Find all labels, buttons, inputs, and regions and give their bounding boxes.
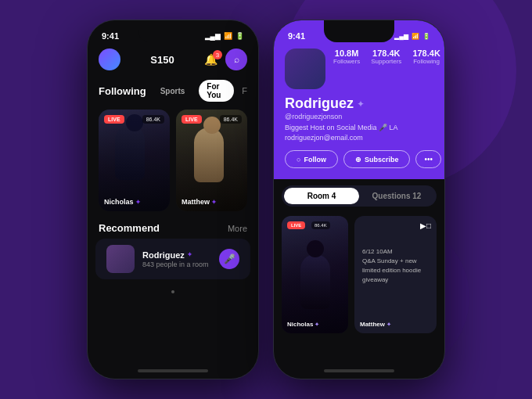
p2-live-badge: LIVE (287, 221, 305, 229)
supporters-stat: 178.4K Supporters (371, 49, 401, 65)
more-tab[interactable]: F (242, 86, 247, 95)
rec-info: Rodriguez ✦ 843 people in a room (142, 250, 211, 268)
phones-wrapper: 9:41 ▂▄▆ 📶 🔋 S150 🔔 3 ⌕ Foll (87, 20, 445, 379)
p2-viewers: 86.4K (311, 221, 330, 229)
status-time-1: 9:41 (102, 31, 119, 41)
profile-stats: 10.8M Followers 178.4K Supporters 178.4K… (333, 49, 440, 65)
p2-cards-row: LIVE 86.4K Nicholas ✦ ▶□ 6/12 10AM Q&A S… (274, 213, 444, 336)
wifi-icon-2: 📶 (412, 33, 419, 40)
phone-1: 9:41 ▂▄▆ 📶 🔋 S150 🔔 3 ⌕ Foll (87, 20, 259, 379)
following-count: 178.4K (412, 49, 440, 58)
profile-header: 10.8M Followers 178.4K Supporters 178.4K… (274, 44, 444, 179)
live-card-1[interactable]: LIVE 86.4K Nicholas ✦ (99, 110, 170, 211)
subscribe-button[interactable]: ⊕ Subscribe (343, 150, 411, 168)
battery-icon-2: 🔋 (422, 33, 430, 40)
card-gradient-1 (99, 110, 170, 211)
profile-name-row: Rodriguez ✦ (285, 95, 433, 112)
bell-wrapper[interactable]: 🔔 3 (204, 53, 217, 66)
card-gradient-2 (176, 110, 247, 211)
profile-bio: Biggest Host on Social Media 🎤 LA rodrig… (285, 123, 433, 142)
subscribe-icon: ⊕ (355, 156, 361, 164)
p2-card-name: Nicholas ✦ (287, 321, 319, 328)
profile-handle: @rodriguezjonson (285, 113, 433, 120)
mic-button[interactable]: 🎤 (219, 249, 239, 269)
rec-name: Rodriguez ✦ (142, 250, 211, 260)
profile-name: Rodriguez (285, 95, 354, 112)
for-you-tab[interactable]: For You (199, 80, 234, 102)
viewers-badge-1: 86.4K (142, 115, 164, 124)
live-card-2[interactable]: LIVE 86.4K Matthew ✦ (176, 110, 247, 211)
notification-badge: 3 (213, 50, 222, 59)
p2-event-info: 6/12 10AM Q&A Sunday + new limited editi… (362, 247, 429, 285)
p2-video-icon: ▶□ (420, 221, 431, 230)
profile-top-row: 10.8M Followers 178.4K Supporters 178.4K… (285, 44, 433, 95)
followers-label: Followers (333, 58, 360, 65)
following-tab-label[interactable]: Following (99, 85, 146, 97)
profile-actions: ○ Follow ⊕ Subscribe ••• (285, 150, 433, 168)
supporters-label: Supporters (371, 58, 401, 65)
following-stat: 178.4K Following (412, 49, 440, 65)
search-icon: ⌕ (234, 54, 239, 65)
p2-live-card[interactable]: LIVE 86.4K Nicholas ✦ (282, 216, 348, 333)
signal-icon-2: ▂▄▆ (394, 33, 408, 40)
status-icons-2: ▂▄▆ 📶 🔋 (394, 33, 430, 40)
more-link[interactable]: More (228, 224, 247, 233)
sports-tab[interactable]: Sports (153, 84, 193, 98)
phone-2: 9:41 ▂▄▆ 📶 🔋 10.8M Followers 178.4K Su (273, 20, 445, 379)
live-cards-row: LIVE 86.4K Nicholas ✦ LIVE 86.4K (88, 106, 258, 214)
live-badge-2: LIVE (182, 115, 202, 124)
status-time-2: 9:41 (288, 31, 305, 41)
battery-icon: 🔋 (235, 32, 244, 40)
supporters-count: 178.4K (371, 49, 401, 58)
follow-button[interactable]: ○ Follow (285, 150, 338, 168)
profile-avatar[interactable] (285, 49, 325, 89)
verified-icon-1: ✦ (135, 199, 141, 206)
notch-2 (324, 20, 394, 42)
verified-icon-2: ✦ (211, 199, 217, 206)
p2-second-verified: ✦ (386, 322, 391, 328)
recommend-title: Recommend (99, 222, 160, 234)
viewers-badge-2: 86.4K (220, 115, 242, 124)
rec-subtitle: 843 people in a room (142, 261, 211, 268)
p2-tabs: Room 4 Questions 12 (282, 185, 437, 207)
search-button[interactable]: ⌕ (225, 49, 247, 70)
p2-verified: ✦ (315, 322, 319, 328)
more-button[interactable]: ••• (415, 150, 441, 168)
recommend-header: Recommend More (88, 214, 258, 239)
home-indicator-2 (324, 369, 394, 372)
profile-verified: ✦ (357, 99, 365, 110)
card-name-2: Matthew ✦ (182, 198, 217, 206)
notch-1 (138, 20, 208, 42)
tabs-row: Following Sports For You F (88, 75, 258, 106)
rec-verified: ✦ (187, 251, 192, 258)
follow-icon: ○ (297, 156, 300, 164)
p2-event-card[interactable]: ▶□ 6/12 10AM Q&A Sunday + new limited ed… (354, 216, 437, 333)
questions-tab[interactable]: Questions 12 (359, 188, 434, 204)
header-title: S150 (150, 54, 174, 66)
live-badge-1: LIVE (104, 115, 124, 124)
phone1-header: S150 🔔 3 ⌕ (88, 44, 258, 75)
followers-stat: 10.8M Followers (333, 49, 360, 65)
recommend-item[interactable]: Rodriguez ✦ 843 people in a room 🎤 (95, 239, 250, 279)
user-avatar[interactable] (99, 49, 120, 70)
status-icons-1: ▂▄▆ 📶 🔋 (205, 32, 244, 40)
room-tab[interactable]: Room 4 (284, 188, 359, 204)
p2-card-gradient (282, 216, 348, 333)
wifi-icon: 📶 (224, 32, 232, 40)
followers-count: 10.8M (333, 49, 360, 58)
card-name-1: Nicholas ✦ (104, 198, 141, 206)
rec-avatar (106, 245, 135, 273)
header-icons: 🔔 3 ⌕ (204, 49, 247, 70)
p2-second-card-name: Matthew ✦ (360, 321, 391, 328)
following-label: Following (412, 58, 440, 65)
home-indicator-1 (138, 369, 208, 372)
